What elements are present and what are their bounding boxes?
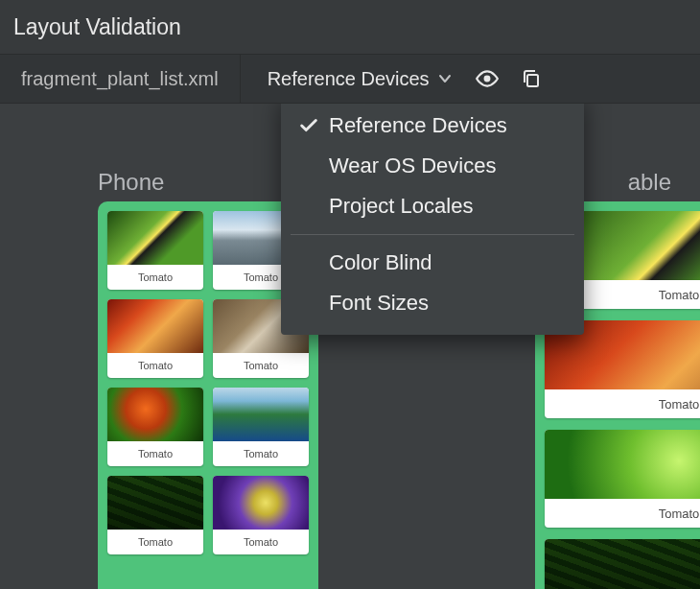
check-icon — [298, 115, 329, 136]
plant-label: Tomato — [213, 353, 309, 378]
plant-label: Tomato — [213, 441, 309, 466]
plant-card[interactable]: Tomato — [107, 211, 203, 290]
plant-label: Tomato — [545, 499, 700, 528]
menu-item-project-locales[interactable]: Project Locales — [281, 186, 584, 226]
plant-label: Tomato — [107, 441, 203, 466]
menu-divider — [291, 234, 574, 235]
validation-set-dropdown[interactable]: Reference Devices — [241, 55, 468, 103]
menu-item-color-blind[interactable]: Color Blind — [281, 243, 584, 283]
plant-card[interactable]: Tomato — [213, 476, 309, 554]
menu-item-reference-devices[interactable]: Reference Devices — [281, 106, 584, 146]
menu-item-wear-os-devices[interactable]: Wear OS Devices — [281, 146, 584, 186]
plant-image — [107, 299, 203, 353]
visibility-icon[interactable] — [474, 65, 501, 92]
plant-label: Tomato — [107, 265, 203, 290]
plant-label: Tomato — [107, 353, 203, 378]
phone-grid: TomatoTomatoTomatoTomatoTomatoTomatoToma… — [107, 211, 309, 554]
svg-point-0 — [483, 76, 490, 82]
plant-image — [213, 476, 309, 530]
svg-rect-1 — [527, 75, 538, 86]
file-tab-label: fragment_plant_list.xml — [21, 68, 219, 90]
plant-card[interactable]: Tomato — [545, 539, 700, 589]
plant-image — [545, 430, 700, 499]
preview-phone-label: Phone — [98, 169, 164, 196]
menu-item-label: Project Locales — [329, 194, 473, 219]
toolbar: fragment_plant_list.xml Reference Device… — [0, 55, 700, 104]
plant-image — [107, 388, 203, 441]
preview-area: Phone able TomatoTomatoTomatoTomatoTomat… — [0, 104, 700, 589]
plant-card[interactable]: Tomato — [107, 299, 203, 378]
dropdown-label: Reference Devices — [268, 68, 430, 90]
menu-item-label: Reference Devices — [329, 113, 507, 138]
plant-image — [545, 539, 700, 589]
plant-image — [107, 476, 203, 530]
plant-card[interactable]: Tomato — [545, 320, 700, 418]
preview-foldable-label: able — [628, 169, 671, 196]
file-tab[interactable]: fragment_plant_list.xml — [0, 55, 241, 103]
duplicate-icon[interactable] — [518, 65, 545, 92]
plant-card[interactable]: Tomato — [545, 430, 700, 528]
toolbar-icons — [474, 65, 545, 92]
plant-label: Tomato — [213, 530, 309, 554]
plant-image — [213, 388, 309, 441]
menu-item-label: Font Sizes — [329, 291, 429, 316]
plant-card[interactable]: Tomato — [107, 388, 203, 466]
panel-title-bar: Layout Validation — [0, 0, 700, 55]
validation-set-menu: Reference Devices Wear OS Devices Projec… — [281, 104, 584, 335]
layout-validation-panel: Layout Validation fragment_plant_list.xm… — [0, 0, 700, 589]
menu-item-font-sizes[interactable]: Font Sizes — [281, 283, 584, 323]
menu-item-label: Color Blind — [329, 250, 432, 275]
plant-image — [107, 211, 203, 265]
panel-title: Layout Validation — [13, 14, 181, 40]
plant-card[interactable]: Tomato — [213, 388, 309, 466]
plant-card[interactable]: Tomato — [107, 476, 203, 554]
plant-label: Tomato — [545, 389, 700, 418]
menu-item-label: Wear OS Devices — [329, 153, 496, 178]
chevron-down-icon — [437, 71, 453, 86]
plant-label: Tomato — [107, 530, 203, 554]
